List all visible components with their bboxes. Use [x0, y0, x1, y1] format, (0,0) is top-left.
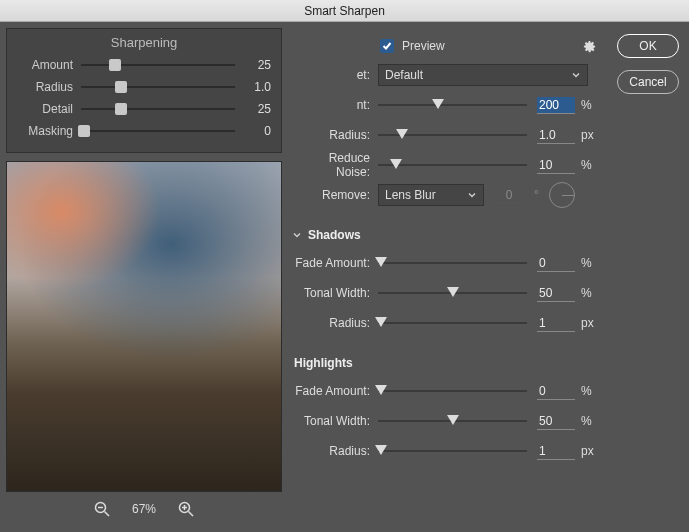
- overlay-radius-value[interactable]: 1.0: [243, 80, 271, 94]
- overlay-masking-slider[interactable]: [81, 124, 235, 138]
- remove-select[interactable]: Lens Blur: [378, 184, 484, 206]
- shadows-fade-value[interactable]: 0: [537, 255, 575, 272]
- shadows-tonal-value[interactable]: 50: [537, 285, 575, 302]
- remove-value: Lens Blur: [385, 188, 436, 202]
- ok-button[interactable]: OK: [617, 34, 679, 58]
- radius-slider[interactable]: [378, 125, 527, 145]
- amount-label: nt:: [292, 98, 378, 112]
- shadows-radius-row: Radius: 1 px: [292, 308, 597, 338]
- highlights-fade-value[interactable]: 0: [537, 383, 575, 400]
- noise-row: Reduce Noise: 10 %: [292, 150, 597, 180]
- window-title: Smart Sharpen: [304, 4, 385, 18]
- overlay-radius-slider[interactable]: [81, 80, 235, 94]
- cancel-button[interactable]: Cancel: [617, 70, 679, 94]
- svg-line-1: [104, 512, 109, 517]
- noise-unit: %: [575, 158, 597, 172]
- overlay-masking-value[interactable]: 0: [243, 124, 271, 138]
- left-column: Sharpening Amount 25 Radius 1.0 Detail: [0, 22, 288, 532]
- preview-checkbox[interactable]: [380, 39, 394, 53]
- highlights-tonal-unit: %: [575, 414, 597, 428]
- shadows-tonal-slider[interactable]: [378, 283, 527, 303]
- angle-dial[interactable]: [549, 182, 575, 208]
- highlights-tonal-value[interactable]: 50: [537, 413, 575, 430]
- highlights-fade-label: Fade Amount:: [292, 384, 378, 398]
- gear-icon[interactable]: [582, 39, 597, 54]
- preview-row: Preview: [292, 32, 597, 60]
- shadows-fade-slider[interactable]: [378, 253, 527, 273]
- overlay-detail-value[interactable]: 25: [243, 102, 271, 116]
- shadows-radius-value[interactable]: 1: [537, 315, 575, 332]
- overlay-amount-slider[interactable]: [81, 58, 235, 72]
- radius-label: Radius:: [292, 128, 378, 142]
- overlay-title: Sharpening: [17, 35, 271, 50]
- preset-label: et:: [292, 68, 378, 82]
- highlights-radius-value[interactable]: 1: [537, 443, 575, 460]
- radius-unit: px: [575, 128, 597, 142]
- zoom-in-icon[interactable]: [178, 501, 194, 517]
- preview-image[interactable]: [6, 161, 282, 492]
- shadows-radius-label: Radius:: [292, 316, 378, 330]
- noise-label: Reduce Noise:: [292, 151, 378, 179]
- highlights-title: Highlights: [294, 356, 597, 370]
- shadows-fade-unit: %: [575, 256, 597, 270]
- highlights-radius-label: Radius:: [292, 444, 378, 458]
- highlights-tonal-row: Tonal Width: 50 %: [292, 406, 597, 436]
- shadows-radius-slider[interactable]: [378, 313, 527, 333]
- remove-row: Remove: Lens Blur 0 °: [292, 180, 597, 210]
- overlay-detail-slider[interactable]: [81, 102, 235, 116]
- highlights-tonal-label: Tonal Width:: [292, 414, 378, 428]
- chevron-down-icon: [571, 70, 581, 80]
- overlay-radius-label: Radius: [17, 80, 73, 94]
- overlay-amount-value[interactable]: 25: [243, 58, 271, 72]
- chevron-down-icon: [292, 230, 302, 240]
- shadows-title: Shadows: [308, 228, 361, 242]
- button-column: OK Cancel: [609, 22, 689, 532]
- preview-label: Preview: [402, 39, 445, 53]
- overlay-masking-row: Masking 0: [17, 120, 271, 142]
- overlay-amount-label: Amount: [17, 58, 73, 72]
- shadows-tonal-row: Tonal Width: 50 %: [292, 278, 597, 308]
- remove-label: Remove:: [292, 188, 378, 202]
- highlights-fade-row: Fade Amount: 0 %: [292, 376, 597, 406]
- highlights-radius-row: Radius: 1 px: [292, 436, 597, 466]
- overlay-detail-row: Detail 25: [17, 98, 271, 120]
- zoom-level: 67%: [132, 502, 156, 516]
- amount-value[interactable]: 200: [537, 97, 575, 114]
- amount-unit: %: [575, 98, 597, 112]
- highlights-radius-unit: px: [575, 444, 597, 458]
- overlay-masking-label: Masking: [17, 124, 73, 138]
- preset-select[interactable]: Default: [378, 64, 588, 86]
- svg-line-4: [189, 512, 194, 517]
- shadows-tonal-unit: %: [575, 286, 597, 300]
- degree-icon: °: [534, 188, 539, 202]
- sharpening-overlay-panel: Sharpening Amount 25 Radius 1.0 Detail: [6, 28, 282, 153]
- noise-slider[interactable]: [378, 155, 527, 175]
- overlay-detail-label: Detail: [17, 102, 73, 116]
- overlay-amount-row: Amount 25: [17, 54, 271, 76]
- highlights-fade-slider[interactable]: [378, 381, 527, 401]
- shadows-tonal-label: Tonal Width:: [292, 286, 378, 300]
- amount-slider[interactable]: [378, 95, 527, 115]
- shadows-radius-unit: px: [575, 316, 597, 330]
- radius-row: Radius: 1.0 px: [292, 120, 597, 150]
- zoom-controls: 67%: [6, 492, 282, 526]
- shadows-fade-label: Fade Amount:: [292, 256, 378, 270]
- preset-row: et: Default: [292, 60, 597, 90]
- shadows-fade-row: Fade Amount: 0 %: [292, 248, 597, 278]
- angle-value[interactable]: 0: [494, 188, 524, 203]
- shadows-section: Shadows Fade Amount: 0 % Tonal Width: 50…: [292, 228, 597, 338]
- overlay-radius-row: Radius 1.0: [17, 76, 271, 98]
- shadows-header[interactable]: Shadows: [292, 228, 597, 242]
- highlights-tonal-slider[interactable]: [378, 411, 527, 431]
- highlights-fade-unit: %: [575, 384, 597, 398]
- highlights-radius-slider[interactable]: [378, 441, 527, 461]
- noise-value[interactable]: 10: [537, 157, 575, 174]
- zoom-out-icon[interactable]: [94, 501, 110, 517]
- settings-column: Preview et: Default nt: 200 % Radius:: [288, 22, 609, 532]
- title-bar: Smart Sharpen: [0, 0, 689, 22]
- preset-value: Default: [385, 68, 423, 82]
- chevron-down-icon: [467, 190, 477, 200]
- amount-row: nt: 200 %: [292, 90, 597, 120]
- radius-value[interactable]: 1.0: [537, 127, 575, 144]
